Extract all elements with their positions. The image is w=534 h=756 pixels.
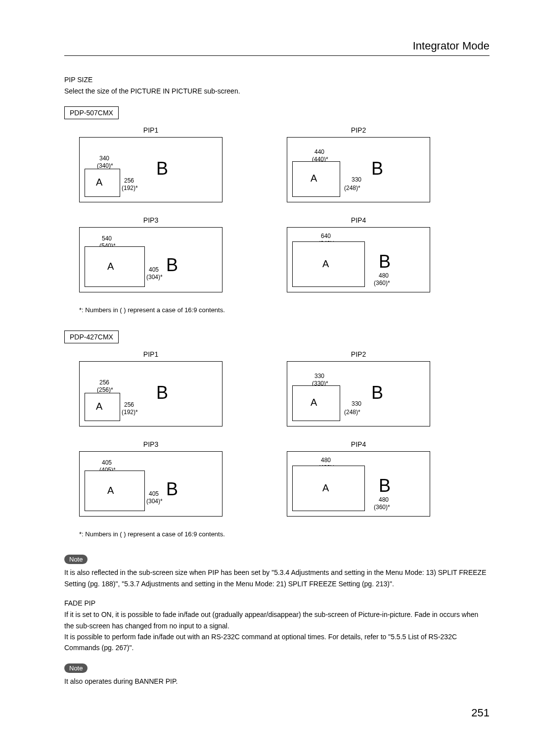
pip3-inner: A — [85, 246, 145, 287]
model-label-507: PDP-507CMX — [64, 106, 119, 119]
note-text-1: It is also reflected in the sub-screen s… — [64, 567, 490, 589]
pip2-height16: (248)* — [344, 409, 360, 416]
b-label: B — [166, 479, 178, 500]
pip1-frame: B 256 (256)* A 256 (192)* — [79, 361, 222, 426]
pip1-height: 256 — [124, 177, 134, 184]
b-label: B — [156, 382, 168, 403]
pip2-frame: B 440 (440)* A 330 (248)* — [287, 137, 430, 202]
footnote-507: *: Numbers in ( ) represent a case of 16… — [79, 306, 490, 314]
fade-pip-heading: FADE PIP — [64, 599, 490, 607]
pip2-height: 330 — [352, 400, 361, 407]
pip4-height16: (360)* — [374, 280, 390, 286]
pip1-inner: A — [85, 169, 120, 197]
pip3-height16: (304)* — [146, 274, 163, 281]
pip3-frame: B 540 (540)* A 405 (304)* — [79, 227, 222, 292]
pip1-width: 340 — [99, 155, 109, 162]
pip1-frame: B 340 (340)* A 256 (192)* — [79, 137, 222, 202]
note-label-1: Note — [64, 555, 88, 564]
pip2-427: PIP2 B 330 (330)* A 330 (248)* — [287, 350, 430, 426]
pip1-title: PIP1 — [79, 350, 222, 358]
pip4-width: 640 — [321, 233, 331, 239]
page-number: 251 — [64, 707, 490, 719]
pip2-height: 330 — [352, 176, 361, 183]
pip-size-heading: PIP SIZE — [64, 76, 490, 84]
pip4-width: 480 — [321, 457, 331, 464]
footnote-427: *: Numbers in ( ) represent a case of 16… — [79, 530, 490, 538]
pip2-inner: A — [292, 385, 340, 421]
pip3-height16: (304)* — [146, 498, 163, 505]
pip1-height16: (192)* — [122, 409, 138, 416]
pip4-507: PIP4 B 640 (640)* A 480 (360)* — [287, 216, 430, 292]
model-label-427: PDP-427CMX — [64, 331, 119, 343]
pip1-427: PIP1 B 256 (256)* A 256 (192)* — [79, 350, 222, 426]
pip4-inner: A — [292, 241, 365, 287]
pip4-height: 480 — [379, 272, 389, 279]
page-header-title: Integrator Mode — [64, 40, 490, 56]
b-label: B — [371, 158, 383, 179]
pip3-height: 405 — [149, 266, 159, 273]
pip2-height16: (248)* — [344, 185, 360, 191]
fade-pip-text: If it is set to ON, it is possible to fa… — [64, 609, 490, 654]
a-label: A — [96, 177, 102, 188]
pip4-height16: (360)* — [374, 504, 390, 511]
a-label: A — [311, 173, 317, 184]
pip-size-description: Select the size of the PICTURE IN PICTUR… — [64, 86, 490, 96]
pip-grid-427: PIP1 B 256 (256)* A 256 (192)* PIP2 B 33 — [79, 350, 435, 517]
pip3-title: PIP3 — [79, 440, 222, 448]
pip3-width: 405 — [102, 459, 112, 466]
b-label: B — [379, 475, 391, 496]
pip4-title: PIP4 — [287, 216, 430, 224]
pip1-width: 256 — [99, 379, 109, 386]
pip1-height16: (192)* — [122, 185, 138, 191]
pip1-inner: A — [85, 393, 120, 421]
b-label: B — [156, 158, 168, 179]
pip1-507: PIP1 B 340 (340)* A 256 (192)* — [79, 126, 222, 202]
b-label: B — [379, 251, 391, 272]
pip2-title: PIP2 — [287, 126, 430, 134]
pip2-507: PIP2 B 440 (440)* A 330 (248)* — [287, 126, 430, 202]
pip4-title: PIP4 — [287, 440, 430, 448]
pip4-frame: B 640 (640)* A 480 (360)* — [287, 227, 430, 292]
a-label: A — [322, 258, 329, 270]
pip4-inner: A — [292, 466, 365, 511]
pip2-frame: B 330 (330)* A 330 (248)* — [287, 361, 430, 426]
note-text-2: It also operates during BANNER PIP. — [64, 676, 490, 687]
document-page: Integrator Mode PIP SIZE Select the size… — [0, 0, 534, 739]
pip3-height: 405 — [149, 490, 159, 497]
b-label: B — [371, 382, 383, 403]
pip2-inner: A — [292, 161, 340, 197]
a-label: A — [311, 397, 317, 408]
pip1-title: PIP1 — [79, 126, 222, 134]
pip-grid-507: PIP1 B 340 (340)* A 256 (192)* PIP2 B 44 — [79, 126, 435, 292]
pip4-frame: B 480 (480)* A 480 (360)* — [287, 451, 430, 517]
a-label: A — [107, 261, 114, 272]
pip2-width: 330 — [314, 373, 324, 379]
pip2-width: 440 — [314, 148, 324, 155]
pip3-title: PIP3 — [79, 216, 222, 224]
pip3-inner: A — [85, 471, 145, 511]
a-label: A — [322, 482, 329, 494]
pip4-height: 480 — [379, 496, 389, 503]
pip1-height: 256 — [124, 401, 134, 408]
pip3-507: PIP3 B 540 (540)* A 405 (304)* — [79, 216, 222, 292]
pip4-427: PIP4 B 480 (480)* A 480 (360)* — [287, 440, 430, 517]
a-label: A — [107, 485, 114, 496]
pip3-width: 540 — [102, 235, 112, 242]
note-label-2: Note — [64, 663, 88, 673]
a-label: A — [96, 401, 102, 412]
pip3-427: PIP3 B 405 (405)* A 405 (304)* — [79, 440, 222, 517]
pip3-frame: B 405 (405)* A 405 (304)* — [79, 451, 222, 517]
b-label: B — [166, 255, 178, 276]
pip2-title: PIP2 — [287, 350, 430, 358]
